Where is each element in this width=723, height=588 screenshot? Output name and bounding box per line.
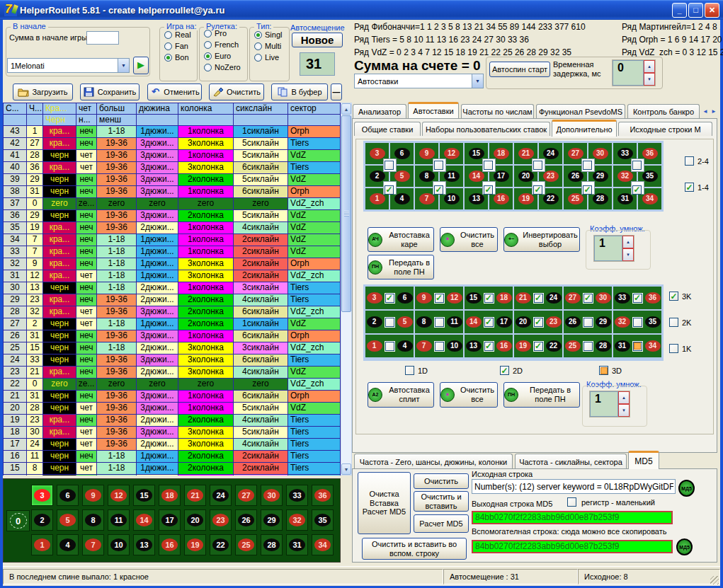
autospin-start-button[interactable]: Автоспин старт: [489, 62, 550, 77]
maximize-button[interactable]: □: [688, 3, 703, 18]
start-sum-input[interactable]: [86, 31, 119, 45]
history-table[interactable]: С...Ч...Кра...четбольшдюжинаколонкасиксл…: [3, 103, 341, 475]
profile-combobox[interactable]: 1Melonati ▼: [7, 58, 130, 73]
table-row[interactable]: 1923кра...неч19-362дюжи...2колонка4сикла…: [4, 415, 341, 427]
bets-combobox[interactable]: Автоставки ▼: [354, 74, 484, 88]
radio-game-fan[interactable]: Fan: [164, 42, 197, 50]
split-cell-13-16[interactable]: 13✓16: [465, 335, 513, 357]
board-cell-11[interactable]: 11: [108, 509, 130, 531]
table-row[interactable]: 2433черннеч19-363дюжи...3колонка6сиклайн…: [4, 354, 341, 367]
resize-grip[interactable]: [710, 576, 719, 584]
table-row[interactable]: 337кра...неч1-181дюжи...1колонка2сиклайн…: [4, 246, 341, 258]
split-checkbox-31-34[interactable]: [633, 342, 642, 351]
split-checkbox-26-29[interactable]: [583, 318, 593, 327]
kare-checkbox-r2-6[interactable]: ✓: [632, 185, 642, 195]
split-dim-3D[interactable]: 3D: [599, 366, 622, 375]
split-checkbox-1-4[interactable]: [385, 342, 394, 351]
split-dim-1D[interactable]: 1D: [405, 366, 428, 375]
split-checkbox-19-22[interactable]: ✓: [534, 342, 543, 351]
table-row[interactable]: 2321кра...неч19-362дюжи...3колонка4сикла…: [4, 367, 341, 379]
undo-button[interactable]: ↶ Отменить: [147, 83, 202, 100]
kare-checkbox-r2-3[interactable]: ✓: [484, 185, 493, 195]
radio-game-real[interactable]: Real: [164, 30, 197, 39]
load-button[interactable]: Загрузить: [13, 83, 73, 100]
collapse-button[interactable]: —: [331, 83, 342, 100]
board-cell-5[interactable]: 5: [57, 509, 79, 531]
md5-big-button[interactable]: Очистка Вставка Расчет MD5: [358, 472, 411, 534]
split-cell-26-29[interactable]: 2629: [564, 311, 612, 333]
split-cell-33-36[interactable]: 33✓36: [613, 287, 661, 309]
md5-aux-icon[interactable]: МД5: [676, 538, 693, 555]
split-checkbox-8-11[interactable]: [435, 318, 444, 327]
split-dim-2D[interactable]: ✓2D: [500, 366, 523, 375]
board-cell-6[interactable]: 6: [57, 485, 79, 506]
split-checkbox-9-12[interactable]: ✓: [435, 294, 444, 303]
scroll-down-icon[interactable]: ▼: [341, 463, 351, 475]
split-cell-19-22[interactable]: 19✓22: [514, 335, 562, 357]
kare-side-checkbox-2-4[interactable]: [685, 156, 694, 166]
split-checkbox-20-23[interactable]: ✓: [534, 318, 543, 327]
table-row[interactable]: 347кра...неч1-181дюжи...1колонка2сиклайн…: [4, 234, 341, 246]
autobet-split-button[interactable]: А2 Автоставка сплит: [368, 382, 434, 408]
split-side-checkbox-3K[interactable]: ✓: [669, 292, 678, 301]
kare-transfer-button[interactable]: ПН Передать в поле ПН: [368, 255, 434, 279]
autoshift-new-button[interactable]: Новое: [292, 33, 343, 47]
table-row[interactable]: 4036кра...чет19-363дюжи...3колонка6сикла…: [4, 162, 341, 174]
md5-calc-icon[interactable]: МД5: [678, 480, 695, 497]
chevron-down-icon[interactable]: ▼: [472, 74, 483, 88]
table-row[interactable]: 158чернчет1-181дюжи...2колонка2сиклайнTi…: [4, 463, 341, 475]
tab-scroll-right-icon[interactable]: ►: [710, 106, 718, 117]
spin-up-icon[interactable]: ▲: [644, 60, 655, 73]
chevron-down-icon[interactable]: ▼: [118, 59, 129, 72]
spin-down-icon[interactable]: ▼: [622, 248, 634, 261]
table-row[interactable]: 3112кра...чет1-181дюжи...3колонка2сиклай…: [4, 270, 341, 282]
radio-roulette-nozero[interactable]: NoZero: [204, 63, 247, 71]
board-cell-25[interactable]: 25: [235, 534, 257, 555]
table-row[interactable]: 4227кра...неч19-363дюжи...3колонка5сикла…: [4, 138, 341, 150]
kare-checkbox-r2-5[interactable]: ✓: [583, 185, 592, 195]
board-cell-28[interactable]: 28: [261, 534, 283, 555]
tab-freq-sixline[interactable]: Частота - сиклайны, сектора: [515, 454, 627, 469]
board-cell-13[interactable]: 13: [133, 534, 155, 555]
md5-clear-insert-aux-button[interactable]: Очистить и вставить во вспом. строку: [362, 538, 467, 560]
split-cell-9-12[interactable]: 9✓12: [415, 287, 463, 309]
subtab-source-strings[interactable]: Исходные строки М: [618, 122, 712, 136]
split-cell-7-10[interactable]: 710: [415, 335, 463, 357]
scrollbar-thumb[interactable]: [341, 115, 351, 312]
board-cell-21[interactable]: 21: [184, 485, 206, 506]
split-side-checkbox-1K[interactable]: [669, 344, 678, 353]
split-cell-27-30[interactable]: 27✓30: [564, 287, 612, 309]
scroll-up-icon[interactable]: ▲: [341, 103, 351, 115]
tab-scroll-left-icon[interactable]: ◄: [701, 106, 710, 117]
split-dim-checkbox-2D[interactable]: ✓: [500, 366, 509, 375]
split-side-checkbox-2K[interactable]: [669, 318, 678, 327]
table-row[interactable]: 2515черннеч1-182дюжи...3колонка3сиклайнV…: [4, 342, 341, 354]
board-cell-36[interactable]: 36: [312, 485, 334, 506]
kare-checkbox-r1-6[interactable]: [632, 161, 642, 170]
minimize-button[interactable]: _: [672, 3, 687, 18]
board-cell-14[interactable]: 14: [133, 509, 155, 531]
board-cell-22[interactable]: 22: [210, 534, 232, 555]
board-cell-24[interactable]: 24: [210, 485, 232, 506]
split-checkbox-3-6[interactable]: ✓: [385, 294, 394, 303]
kare-side-1-4[interactable]: ✓1-4: [685, 183, 709, 192]
table-row[interactable]: 220zeroze...zerozerozerozeroVdZ_zch: [4, 379, 341, 391]
table-row[interactable]: 272чернчет1-181дюжи...2колонка1сиклайнVd…: [4, 318, 341, 330]
board-cell-2[interactable]: 2: [31, 509, 53, 531]
kare-checkbox-r1-3[interactable]: [484, 161, 493, 170]
split-cell-14-17[interactable]: 14✓17: [465, 311, 513, 333]
split-checkbox-13-16[interactable]: ✓: [484, 342, 494, 351]
split-side-3K[interactable]: ✓3K: [669, 292, 691, 301]
board-cell-30[interactable]: 30: [261, 485, 283, 506]
board-cell-20[interactable]: 20: [184, 509, 206, 531]
board-cell-33[interactable]: 33: [286, 485, 308, 506]
split-dim-checkbox-1D[interactable]: [405, 366, 414, 375]
spin-down-icon[interactable]: ▼: [644, 73, 655, 86]
play-button[interactable]: ▶: [133, 57, 149, 74]
md5-source-input[interactable]: [472, 479, 676, 494]
split-checkbox-33-36[interactable]: ✓: [633, 294, 642, 303]
table-row[interactable]: 2923кра...неч19-362дюжи...2колонка4сикла…: [4, 294, 341, 306]
board-cell-16[interactable]: 16: [159, 534, 181, 555]
board-cell-7[interactable]: 7: [82, 534, 104, 555]
board-cell-19[interactable]: 19: [184, 534, 206, 555]
